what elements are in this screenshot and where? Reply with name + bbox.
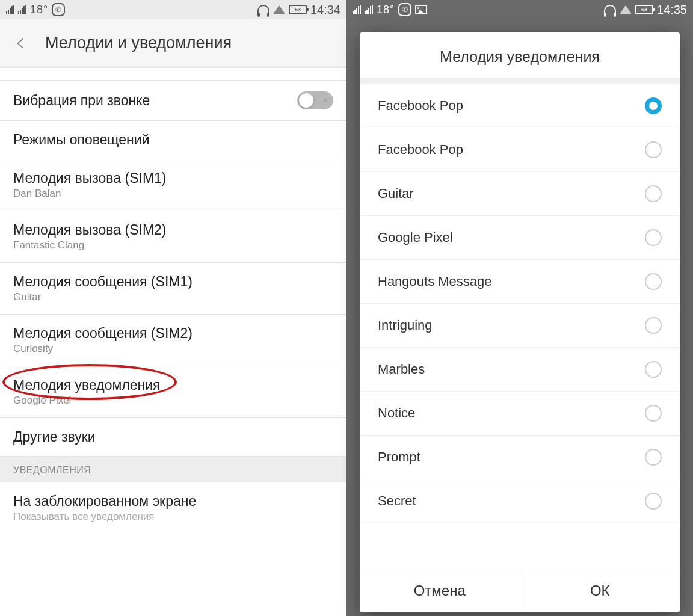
phone-right: 18° ✆ 53 14:35 Мелодия уведомления Faceb…: [346, 0, 693, 616]
clock: 14:35: [657, 3, 687, 17]
radio-icon[interactable]: [645, 493, 662, 510]
viber-icon: ✆: [52, 3, 65, 16]
row-subtitle: Google Pixel: [13, 395, 161, 407]
row-subtitle: Guitar: [13, 291, 192, 303]
ringtone-list[interactable]: Facebook PopFacebook PopGuitarGoogle Pix…: [360, 84, 680, 568]
phone-left: 18° ✆ 53 14:34 Мелодии и уведомления Виб…: [0, 0, 346, 616]
radio-icon[interactable]: [645, 361, 662, 378]
row-subtitle: Показывать все уведомления: [13, 511, 196, 523]
status-bar-left: 18° ✆ 53 14:34: [0, 0, 346, 19]
header: Мелодии и уведомления: [0, 19, 346, 67]
page-title: Мелодии и уведомления: [45, 34, 232, 52]
row-title: Мелодия вызова (SIM2): [13, 222, 167, 238]
cancel-button[interactable]: Отмена: [360, 568, 520, 612]
ringtone-option[interactable]: Intriguing: [360, 304, 680, 348]
dialog-footer: Отмена ОК: [360, 568, 680, 612]
row-ringtone-sim2[interactable]: Мелодия вызова (SIM2) Fantastic Clang: [0, 211, 346, 263]
signal-icon-2: [18, 5, 26, 14]
wifi-icon: [620, 5, 632, 14]
image-icon: [415, 5, 427, 14]
status-bar-right: 18° ✆ 53 14:35: [346, 0, 693, 19]
viber-icon: ✆: [398, 3, 411, 16]
signal-icon: [353, 5, 361, 14]
option-label: Prompt: [378, 449, 420, 465]
row-partial-top[interactable]: [0, 67, 346, 81]
row-vibrate[interactable]: Вибрация при звонке: [0, 81, 346, 121]
option-label: Google Pixel: [378, 230, 453, 245]
dialog-title: Мелодия уведомления: [360, 32, 680, 78]
option-label: Secret: [378, 493, 416, 509]
row-title: Режимы оповещений: [13, 132, 149, 148]
option-label: Guitar: [378, 186, 414, 202]
row-title: На заблокированном экране: [13, 493, 196, 510]
row-title: Мелодия вызова (SIM1): [13, 170, 167, 186]
wifi-icon: [273, 5, 285, 14]
radio-icon[interactable]: [645, 141, 662, 158]
row-subtitle: Curiosity: [13, 343, 192, 355]
ok-button[interactable]: ОК: [520, 568, 680, 612]
option-label: Marbles: [378, 362, 425, 377]
radio-icon[interactable]: [645, 229, 662, 246]
row-title: Мелодия сообщения (SIM2): [13, 325, 192, 342]
signal-icon-2: [365, 5, 373, 14]
radio-icon[interactable]: [645, 405, 662, 422]
temperature: 18°: [30, 4, 48, 16]
row-title: Мелодия сообщения (SIM1): [13, 274, 192, 290]
settings-list: Вибрация при звонке Режимы оповещений Ме…: [0, 67, 346, 616]
temperature: 18°: [377, 4, 395, 16]
radio-icon[interactable]: [645, 185, 662, 202]
dialog-separator: [360, 78, 680, 84]
ringtone-option[interactable]: Google Pixel: [360, 216, 680, 260]
ringtone-option[interactable]: Hangouts Message: [360, 260, 680, 304]
battery-icon: 53: [635, 5, 653, 14]
row-message-sim1[interactable]: Мелодия сообщения (SIM1) Guitar: [0, 263, 346, 315]
signal-icon: [6, 5, 14, 14]
row-modes[interactable]: Режимы оповещений: [0, 121, 346, 159]
option-label: Notice: [378, 405, 415, 421]
ringtone-option[interactable]: Guitar: [360, 172, 680, 216]
ringtone-option[interactable]: Marbles: [360, 348, 680, 392]
option-label: Facebook Pop: [378, 142, 463, 158]
headphones-icon: [604, 5, 616, 14]
row-subtitle: Fantastic Clang: [13, 239, 167, 251]
row-title: Вибрация при звонке: [13, 93, 150, 109]
row-other-sounds[interactable]: Другие звуки: [0, 418, 346, 457]
section-header: УВЕДОМЛЕНИЯ: [0, 457, 346, 482]
row-title: Другие звуки: [13, 429, 96, 445]
ringtone-option[interactable]: Facebook Pop: [360, 84, 680, 128]
option-label: Hangouts Message: [378, 274, 492, 289]
row-subtitle: Dan Balan: [13, 188, 167, 200]
radio-icon[interactable]: [645, 97, 662, 114]
row-notification-sound[interactable]: Мелодия уведомления Google Pixel: [0, 366, 346, 418]
option-label: Facebook Pop: [378, 98, 463, 114]
row-title: Мелодия уведомления: [13, 377, 161, 393]
ringtone-option[interactable]: Notice: [360, 392, 680, 436]
radio-icon[interactable]: [645, 449, 662, 466]
ringtone-option[interactable]: Secret: [360, 479, 680, 523]
row-ringtone-sim1[interactable]: Мелодия вызова (SIM1) Dan Balan: [0, 159, 346, 211]
row-message-sim2[interactable]: Мелодия сообщения (SIM2) Curiosity: [0, 315, 346, 366]
clock: 14:34: [310, 3, 340, 17]
ringtone-dialog: Мелодия уведомления Facebook PopFacebook…: [360, 32, 680, 612]
toggle-switch[interactable]: [297, 91, 333, 109]
battery-icon: 53: [289, 5, 307, 14]
radio-icon[interactable]: [645, 317, 662, 334]
option-label: Intriguing: [378, 318, 433, 333]
headphones-icon: [257, 5, 270, 14]
ringtone-option[interactable]: Prompt: [360, 436, 680, 479]
row-lockscreen[interactable]: На заблокированном экране Показывать все…: [0, 482, 346, 525]
back-icon[interactable]: [12, 34, 30, 52]
ringtone-option[interactable]: Facebook Pop: [360, 128, 680, 172]
radio-icon[interactable]: [645, 273, 662, 290]
